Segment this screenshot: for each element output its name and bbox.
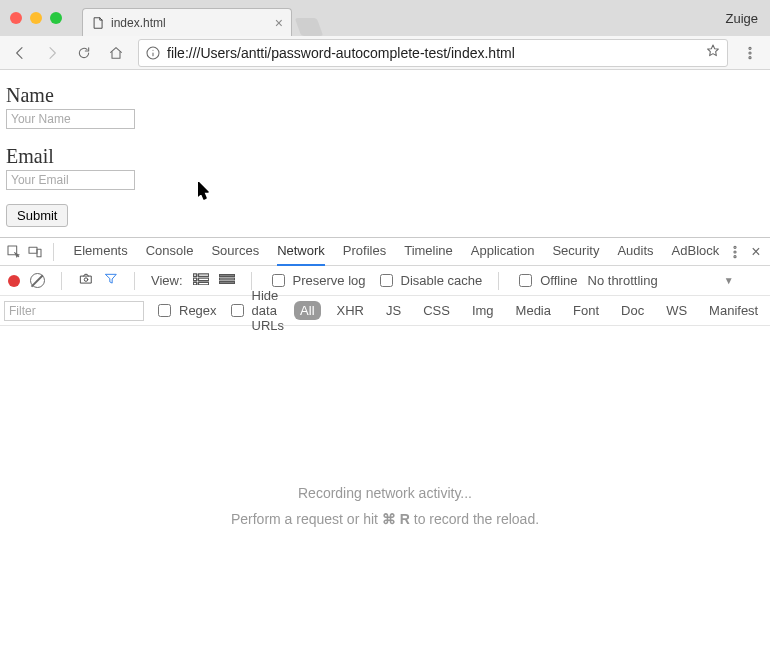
- bookmark-star-icon[interactable]: [705, 43, 721, 62]
- email-input[interactable]: [6, 170, 135, 190]
- svg-rect-14: [193, 274, 196, 277]
- recording-message: Recording network activity...: [298, 485, 472, 501]
- screenshot-icon[interactable]: [78, 272, 94, 289]
- filter-type-ws[interactable]: WS: [660, 301, 693, 320]
- filter-type-img[interactable]: Img: [466, 301, 500, 320]
- devtools-tabstrip: ElementsConsoleSourcesNetworkProfilesTim…: [0, 238, 770, 266]
- svg-point-5: [749, 56, 751, 58]
- separator: [61, 272, 62, 290]
- name-label: Name: [6, 84, 764, 107]
- throttling-dropdown[interactable]: No throttling▼: [588, 273, 734, 288]
- svg-rect-15: [198, 274, 208, 277]
- browser-toolbar: file:///Users/antti/password-autocomplet…: [0, 36, 770, 70]
- separator: [134, 272, 135, 290]
- disable-cache-checkbox[interactable]: Disable cache: [376, 271, 483, 290]
- home-button[interactable]: [102, 39, 130, 67]
- svg-rect-18: [193, 282, 196, 285]
- svg-rect-17: [198, 278, 208, 281]
- close-window-button[interactable]: [10, 12, 22, 24]
- filter-type-media[interactable]: Media: [510, 301, 557, 320]
- svg-rect-12: [81, 276, 92, 283]
- window-titlebar: index.html × Zuige: [0, 0, 770, 36]
- devtools-tab-audits[interactable]: Audits: [617, 237, 653, 266]
- filter-type-js[interactable]: JS: [380, 301, 407, 320]
- chrome-menu-button[interactable]: [736, 39, 764, 67]
- filter-type-manifest[interactable]: Manifest: [703, 301, 764, 320]
- tab-strip: index.html ×: [82, 0, 320, 36]
- devtools-tab-console[interactable]: Console: [146, 237, 194, 266]
- devtools-panel: ElementsConsoleSourcesNetworkProfilesTim…: [0, 237, 770, 669]
- separator: [251, 272, 252, 290]
- filter-type-all[interactable]: All: [294, 301, 320, 320]
- reload-hint: Perform a request or hit ⌘ R to record t…: [231, 511, 539, 527]
- forward-button[interactable]: [38, 39, 66, 67]
- filter-type-xhr[interactable]: XHR: [331, 301, 370, 320]
- network-body: Recording network activity... Perform a …: [0, 326, 770, 669]
- name-input[interactable]: [6, 109, 135, 129]
- email-label: Email: [6, 145, 764, 168]
- back-button[interactable]: [6, 39, 34, 67]
- svg-rect-8: [37, 249, 41, 256]
- svg-point-10: [734, 250, 736, 252]
- submit-button[interactable]: Submit: [6, 204, 68, 227]
- svg-rect-7: [29, 247, 37, 253]
- close-tab-icon[interactable]: ×: [275, 15, 283, 31]
- record-button[interactable]: [8, 275, 20, 287]
- svg-rect-19: [198, 282, 208, 285]
- network-toolbar: View: Preserve log Disable cache Offline…: [0, 266, 770, 296]
- new-tab-button[interactable]: [295, 18, 324, 36]
- browser-tab[interactable]: index.html ×: [82, 8, 292, 36]
- site-info-icon[interactable]: [145, 45, 161, 61]
- svg-point-13: [84, 278, 88, 282]
- clear-button[interactable]: [30, 273, 45, 288]
- devtools-tab-application[interactable]: Application: [471, 237, 535, 266]
- devtools-menu-icon[interactable]: [727, 242, 743, 262]
- device-toolbar-icon[interactable]: [26, 242, 42, 262]
- devtools-close-icon[interactable]: ×: [748, 242, 764, 262]
- profile-label[interactable]: Zuige: [725, 11, 758, 26]
- view-small-icon[interactable]: [219, 273, 235, 288]
- devtools-tab-sources[interactable]: Sources: [211, 237, 259, 266]
- filter-type-css[interactable]: CSS: [417, 301, 456, 320]
- network-filter-bar: Regex Hide data URLs AllXHRJSCSSImgMedia…: [0, 296, 770, 326]
- filter-type-doc[interactable]: Doc: [615, 301, 650, 320]
- devtools-tab-network[interactable]: Network: [277, 237, 325, 266]
- traffic-lights: [10, 12, 62, 24]
- svg-point-4: [749, 51, 751, 53]
- separator: [498, 272, 499, 290]
- url-text[interactable]: file:///Users/antti/password-autocomplet…: [167, 45, 705, 61]
- devtools-tab-security[interactable]: Security: [552, 237, 599, 266]
- address-bar[interactable]: file:///Users/antti/password-autocomplet…: [138, 39, 728, 67]
- file-icon: [91, 16, 105, 30]
- filter-type-font[interactable]: Font: [567, 301, 605, 320]
- svg-rect-22: [219, 282, 234, 284]
- svg-point-11: [734, 255, 736, 257]
- offline-checkbox[interactable]: Offline: [515, 271, 577, 290]
- svg-point-3: [749, 47, 751, 49]
- filter-toggle-icon[interactable]: [104, 272, 118, 289]
- separator: [53, 243, 54, 261]
- devtools-tab-timeline[interactable]: Timeline: [404, 237, 453, 266]
- reload-button[interactable]: [70, 39, 98, 67]
- filter-input[interactable]: [4, 301, 144, 321]
- devtools-tab-profiles[interactable]: Profiles: [343, 237, 386, 266]
- hide-data-urls-checkbox[interactable]: Hide data URLs: [227, 288, 285, 333]
- tab-title: index.html: [111, 16, 166, 30]
- svg-rect-16: [193, 278, 196, 281]
- devtools-tab-adblock[interactable]: AdBlock: [672, 237, 720, 266]
- svg-rect-21: [219, 278, 234, 280]
- zoom-window-button[interactable]: [50, 12, 62, 24]
- svg-point-9: [734, 246, 736, 248]
- page-content: Name Email Submit: [0, 70, 770, 237]
- inspect-element-icon[interactable]: [6, 242, 22, 262]
- regex-checkbox[interactable]: Regex: [154, 301, 217, 320]
- view-large-icon[interactable]: [193, 273, 209, 288]
- svg-rect-20: [219, 275, 234, 277]
- devtools-tab-elements[interactable]: Elements: [74, 237, 128, 266]
- view-label: View:: [151, 273, 183, 288]
- minimize-window-button[interactable]: [30, 12, 42, 24]
